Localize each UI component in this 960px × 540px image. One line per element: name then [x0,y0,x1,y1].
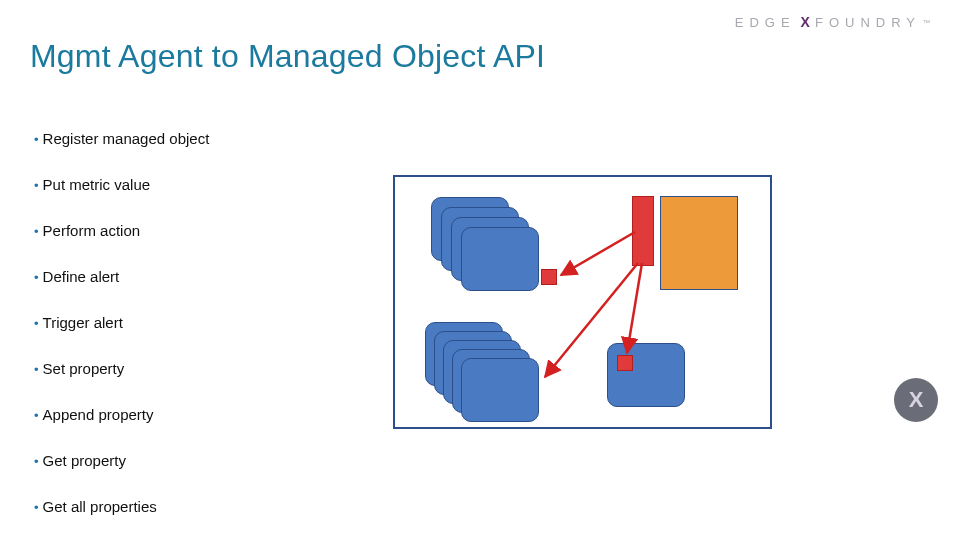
page-title: Mgmt Agent to Managed Object API [30,38,545,75]
svg-line-3 [870,40,930,120]
bullet-text: Get property [43,452,126,469]
bullet-text: Define alert [43,268,120,285]
list-item: •Get property [34,452,209,470]
svg-line-7 [880,300,900,398]
list-item: •Trigger alert [34,314,209,332]
list-item: •Register managed object [34,130,209,148]
bullet-text: Perform action [43,222,141,239]
list-item: •Get all properties [34,498,209,516]
list-item: •Append property [34,406,209,424]
brand-x: X [801,14,810,30]
brand-tm: ™ [923,19,930,26]
svg-point-16 [497,447,503,453]
brand-left: EDGE [735,15,796,30]
bullet-text: Set property [43,360,125,377]
bullet-text: Register managed object [43,130,210,147]
svg-point-13 [927,117,933,123]
svg-line-5 [720,430,840,540]
svg-line-4 [650,430,720,540]
svg-line-9 [500,450,560,540]
svg-point-14 [867,37,873,43]
edgex-badge-glyph: X [909,387,924,413]
managed-object-card [461,227,539,291]
mgmt-agent-box [660,196,738,290]
agent-connector-bar [632,196,654,266]
bullet-text: Get all properties [43,498,157,515]
bullet-text: Append property [43,406,154,423]
list-item: •Perform action [34,222,209,240]
managed-object-single [607,343,685,407]
svg-line-10 [420,450,500,540]
svg-point-18 [576,518,580,522]
svg-line-21 [627,263,642,353]
svg-line-19 [561,232,635,275]
architecture-diagram [393,175,772,429]
bullet-text: Put metric value [43,176,151,193]
svg-point-17 [572,514,584,526]
list-item: •Put metric value [34,176,209,194]
svg-point-15 [877,297,883,303]
brand-logo: EDGE X FOUNDRY ™ [735,14,930,30]
brand-right: FOUNDRY [815,15,921,30]
managed-object-card [461,358,539,422]
svg-line-0 [560,430,720,540]
endpoint-marker [541,269,557,285]
list-item: •Define alert [34,268,209,286]
svg-line-2 [900,120,930,398]
list-item: •Set property [34,360,209,378]
svg-line-8 [880,120,930,300]
bullet-text: Trigger alert [43,314,123,331]
bullet-list: •Register managed object •Put metric val… [34,130,209,540]
edgex-badge-icon: X [894,378,938,422]
endpoint-marker [617,355,633,371]
